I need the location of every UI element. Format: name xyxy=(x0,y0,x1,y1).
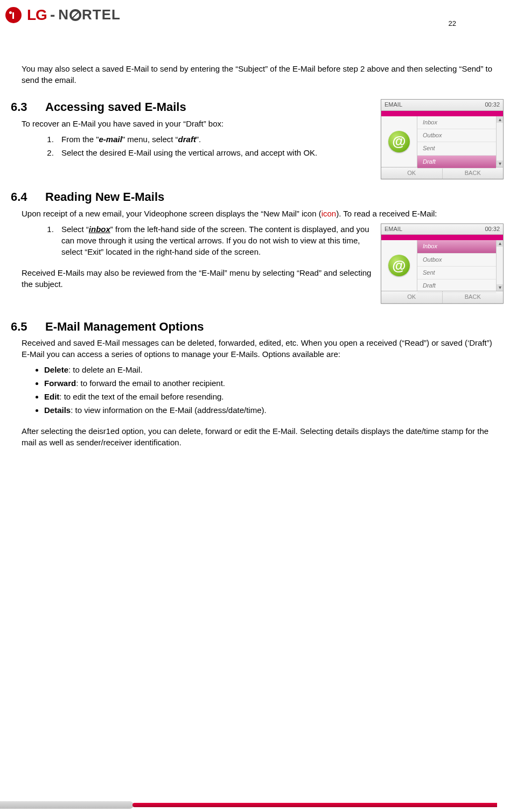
bullet-delete: Delete: to delete an E-Mail. xyxy=(44,364,505,375)
intro-paragraph: You may also select a saved E-Mail to se… xyxy=(22,63,494,86)
figure1-accent-bar xyxy=(381,111,503,116)
figure1-list: Inbox Outbox Sent Draft xyxy=(417,116,497,167)
brand-logo: LG - N RTEL xyxy=(5,4,505,25)
figure2-time: 00:32 xyxy=(485,225,500,233)
chevron-up-icon: ▴ xyxy=(497,240,503,247)
nortel-globe-icon xyxy=(69,9,81,21)
bullet-details: Details: to view information on the E-Ma… xyxy=(44,404,505,416)
figure1-item-outbox: Outbox xyxy=(417,129,496,142)
section-title: Accessing saved E-Mails xyxy=(45,100,186,114)
figure1-title: EMAIL xyxy=(385,101,402,109)
figure1-scrollbar: ▴ ▾ xyxy=(497,116,503,167)
heading-6-4: 6.4Reading New E-Mails xyxy=(11,189,505,206)
figure-email-inbox: EMAIL 00:32 @ Inbox Outbox Sent Draft xyxy=(381,223,502,304)
figure1-time: 00:32 xyxy=(485,101,500,109)
figure2-ok-button: OK xyxy=(381,291,443,303)
figure2-accent-bar xyxy=(381,235,503,240)
figure2-item-outbox: Outbox xyxy=(417,254,496,267)
icon-placeholder: icon xyxy=(322,209,337,218)
figure2-back-button: BACK xyxy=(443,291,504,303)
page-number: 22 xyxy=(449,19,456,29)
bullet-forward: Forward: to forward the email to another… xyxy=(44,377,505,389)
bullet-edit: Edit: to edit the text of the email befo… xyxy=(44,391,505,402)
figure2-scrollbar: ▴ ▾ xyxy=(497,240,503,291)
lg-circle-icon xyxy=(5,7,22,23)
figure2-list: Inbox Outbox Sent Draft xyxy=(417,240,497,291)
para-6-4: Upon receipt of a new email, your Videop… xyxy=(22,208,494,219)
figure2-item-sent: Sent xyxy=(417,267,496,279)
lg-text: LG xyxy=(27,4,47,25)
section-title: E-Mail Management Options xyxy=(45,320,204,333)
figure1-item-sent: Sent xyxy=(417,142,496,155)
section-title: Reading New E-Mails xyxy=(45,190,164,204)
figure1-item-inbox: Inbox xyxy=(417,116,496,129)
para-6-4b: Received E-Mails may also be reviewed fr… xyxy=(22,267,375,290)
heading-6-5: 6.5E-Mail Management Options xyxy=(11,319,505,335)
figure-email-draft: EMAIL 00:32 @ Inbox Outbox Sent Draft xyxy=(381,99,502,179)
at-sign-icon: @ xyxy=(388,255,410,276)
figure2-item-draft: Draft xyxy=(417,279,496,292)
figure1-back-button: BACK xyxy=(443,167,504,179)
nortel-text: N RTEL xyxy=(58,5,121,24)
figure1-ok-button: OK xyxy=(381,167,443,179)
chevron-down-icon: ▾ xyxy=(497,160,503,167)
chevron-down-icon: ▾ xyxy=(497,284,503,291)
chevron-up-icon: ▴ xyxy=(497,116,503,123)
section-number: 6.5 xyxy=(11,319,45,335)
bullets-6-5: Delete: to delete an E-Mail. Forward: to… xyxy=(23,364,505,416)
at-sign-icon: @ xyxy=(388,131,410,152)
para-6-5b: After selecting the deisr1ed option, you… xyxy=(22,425,494,448)
section-number: 6.3 xyxy=(11,99,45,116)
nortel-post: RTEL xyxy=(82,5,121,24)
figure1-item-draft: Draft xyxy=(417,156,496,169)
para-6-5: Received and saved E-Mail messages can b… xyxy=(22,337,494,360)
footer-decoration xyxy=(0,801,497,809)
dash-icon: - xyxy=(50,4,55,25)
figure2-title: EMAIL xyxy=(385,225,402,233)
section-number: 6.4 xyxy=(11,189,45,206)
figure2-item-inbox: Inbox xyxy=(417,240,496,253)
nortel-pre: N xyxy=(58,5,69,24)
